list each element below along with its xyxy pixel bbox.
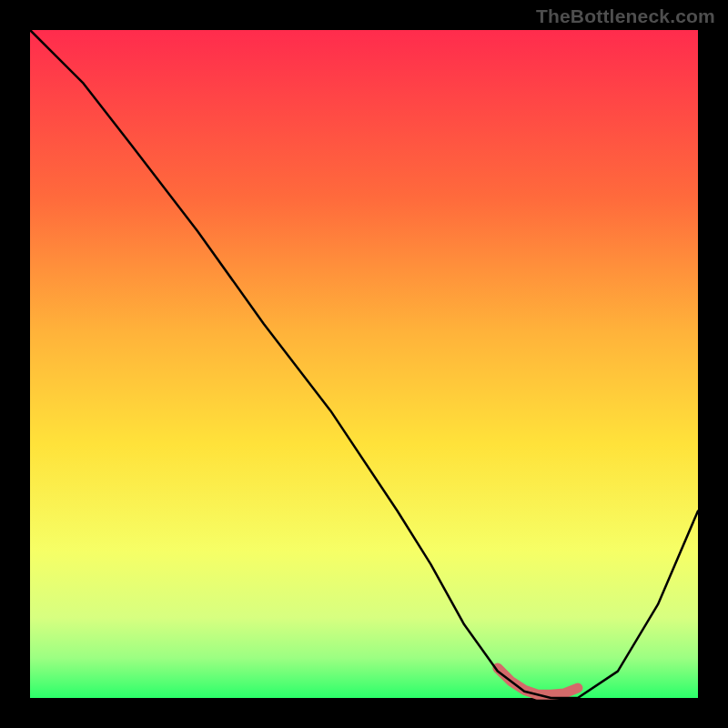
plot-background bbox=[30, 30, 698, 698]
chart-canvas bbox=[0, 0, 728, 728]
